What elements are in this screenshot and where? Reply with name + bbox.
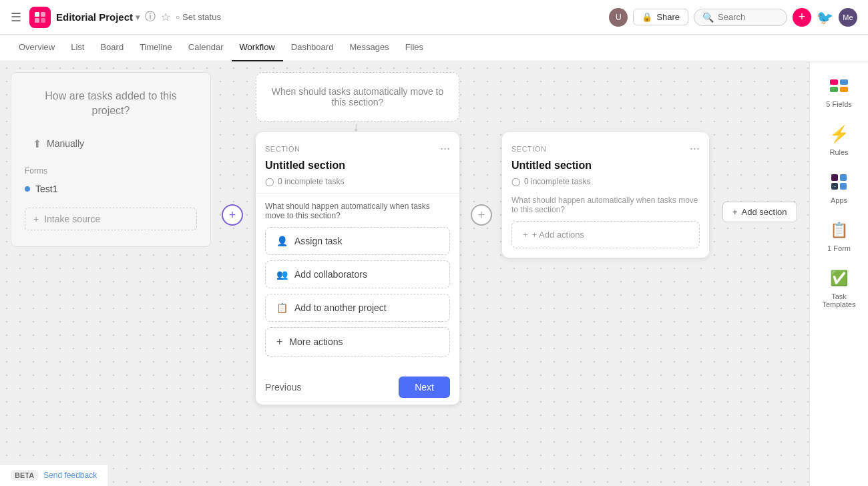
section-header: Section ··· Untitled section ◯ 0 incompl… — [256, 132, 459, 193]
info-icon[interactable]: ⓘ — [145, 10, 156, 24]
plus-icon: + — [276, 336, 282, 348]
avatar-main: Me — [839, 8, 857, 27]
sidebar-item-rules[interactable]: ⚡ Rules — [814, 117, 865, 163]
nav-tabs: Overview List Board Timeline Calendar Wo… — [0, 35, 868, 61]
sidebar-item-task-templates[interactable]: ✅ Task Templates — [814, 262, 865, 315]
svg-rect-3 — [41, 18, 45, 23]
top-bar: ☰ Editorial Project ▾ ⓘ ☆ ○ Set status U… — [0, 0, 868, 35]
beta-badge: BETA — [11, 470, 38, 481]
svg-rect-0 — [35, 12, 39, 17]
svg-rect-2 — [35, 18, 39, 23]
tab-messages[interactable]: Messages — [341, 35, 397, 61]
svg-rect-1 — [41, 12, 45, 17]
tab-dashboard[interactable]: Dashboard — [283, 35, 342, 61]
center-section-card: Section ··· Untitled section ◯ 0 incompl… — [256, 132, 459, 405]
section-label: Section — [265, 145, 300, 153]
avatar-user1: U — [609, 8, 628, 27]
hamburger-icon[interactable]: ☰ — [11, 10, 21, 25]
right-section-card: Section ··· Untitled section ◯ 0 incompl… — [502, 132, 709, 258]
assign-icon: 👤 — [276, 236, 288, 246]
right-section-label: Section — [511, 145, 546, 153]
manually-icon: ⬆ — [33, 138, 41, 150]
auto-section: What should happen automatically when ta… — [256, 193, 459, 370]
auto-question: What should happen automatically when ta… — [265, 202, 450, 220]
star-icon[interactable]: ☆ — [161, 11, 170, 23]
collaborators-icon: 👥 — [276, 269, 288, 280]
lock-icon: 🔒 — [642, 12, 652, 22]
tab-files[interactable]: Files — [397, 35, 431, 61]
intake-source-row[interactable]: + Intake source — [25, 208, 197, 230]
task-templates-icon: ✅ — [825, 268, 854, 288]
fields-icon — [825, 76, 854, 96]
forms-label: Forms — [25, 166, 197, 176]
incomplete-tasks: ◯ 0 incomplete tasks — [265, 177, 450, 186]
bird-icon: 🐦 — [817, 9, 833, 25]
right-auto-question: What should happen automatically when ta… — [511, 196, 700, 214]
right-section-title: Untitled section — [511, 160, 700, 172]
add-collaborators-button[interactable]: 👥 Add collaborators — [265, 260, 450, 288]
circle-icon: ○ — [176, 13, 180, 21]
section-ellipsis-button[interactable]: ··· — [440, 142, 450, 156]
card-footer: Previous Next — [256, 370, 459, 405]
right-plus-icon: + — [523, 230, 528, 240]
add-section-plus-icon: + — [732, 207, 738, 217]
canvas-area: How are tasks added to this project? ⬆ M… — [0, 61, 809, 486]
tab-overview[interactable]: Overview — [11, 35, 63, 61]
send-feedback-link[interactable]: Send feedback — [43, 471, 97, 480]
beta-bar: BETA Send feedback — [0, 464, 107, 486]
right-section-ellipsis-button[interactable]: ··· — [690, 142, 700, 156]
form-label: 1 Form — [827, 244, 851, 252]
left-panel: How are tasks added to this project? ⬆ M… — [11, 72, 211, 247]
add-button[interactable]: + — [793, 8, 811, 27]
sidebar-item-fields[interactable]: 5 Fields — [814, 69, 865, 115]
next-button[interactable]: Next — [399, 377, 450, 398]
form-dot — [25, 186, 30, 192]
connector-arrow: ↓ — [353, 119, 359, 134]
search-icon: 🔍 — [702, 12, 714, 23]
search-input[interactable] — [718, 12, 778, 22]
add-to-project-button[interactable]: 📋 Add to another project — [265, 294, 450, 322]
form-icon: 📋 — [825, 220, 854, 240]
tab-list[interactable]: List — [63, 35, 92, 61]
app-icon — [29, 7, 51, 28]
right-sidebar: 5 Fields ⚡ Rules ··· Apps 📋 1 — [809, 61, 868, 486]
add-section-left-button[interactable]: + — [222, 204, 243, 226]
add-section-right-button[interactable]: + — [471, 204, 492, 226]
sidebar-item-form[interactable]: 📋 1 Form — [814, 214, 865, 259]
tab-timeline[interactable]: Timeline — [132, 35, 180, 61]
rules-label: Rules — [829, 148, 848, 156]
form-list-item[interactable]: Test1 — [25, 181, 197, 197]
sidebar-item-apps[interactable]: ··· Apps — [814, 166, 865, 211]
assign-task-button[interactable]: 👤 Assign task — [265, 227, 450, 255]
left-panel-title: How are tasks added to this project? — [25, 89, 197, 119]
right-circle-check-icon: ◯ — [511, 177, 520, 186]
share-button[interactable]: 🔒 Share — [633, 9, 688, 25]
search-bar[interactable]: 🔍 — [694, 9, 787, 26]
plus-icon: + — [33, 214, 39, 224]
manually-row[interactable]: ⬆ Manually — [25, 132, 197, 156]
main-content: How are tasks added to this project? ⬆ M… — [0, 61, 868, 486]
top-bar-icons: ⓘ ☆ ○ Set status — [145, 10, 221, 24]
add-actions-button[interactable]: + + Add actions — [511, 221, 700, 248]
project-title[interactable]: Editorial Project ▾ — [56, 11, 140, 23]
rules-icon: ⚡ — [825, 124, 854, 144]
previous-button[interactable]: Previous — [265, 382, 301, 393]
circle-check-icon: ◯ — [265, 177, 274, 186]
tab-calendar[interactable]: Calendar — [180, 35, 232, 61]
task-templates-label: Task Templates — [819, 292, 859, 308]
forms-section: Forms Test1 — [25, 166, 197, 197]
section-title: Untitled section — [265, 160, 450, 172]
set-status[interactable]: ○ Set status — [176, 12, 221, 22]
apps-label: Apps — [831, 196, 847, 204]
project-icon: 📋 — [276, 302, 288, 313]
tab-workflow[interactable]: Workflow — [232, 35, 283, 61]
more-actions-button[interactable]: + More actions — [265, 327, 450, 356]
top-bar-right: U 🔒 Share 🔍 + 🐦 Me — [609, 8, 857, 27]
fields-label: 5 Fields — [826, 100, 852, 108]
trigger-card: When should tasks automatically move to … — [256, 72, 459, 121]
tab-board[interactable]: Board — [92, 35, 132, 61]
apps-icon: ··· — [825, 172, 854, 192]
right-incomplete-tasks: ◯ 0 incomplete tasks — [511, 177, 700, 186]
chevron-down-icon: ▾ — [136, 13, 140, 22]
add-section-button[interactable]: + Add section — [722, 202, 797, 222]
